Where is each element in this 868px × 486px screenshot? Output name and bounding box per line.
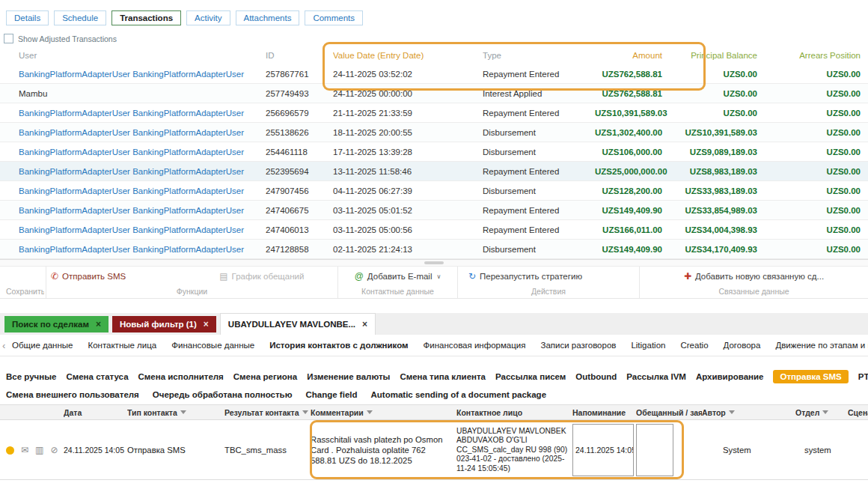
grid-column-comments[interactable]: Комментарии (311, 408, 456, 417)
workspace-tab-new-filter[interactable]: Новый фильтр (1)× (112, 316, 216, 332)
transaction-value-date: 21-11-2025 21:33:59 (333, 109, 483, 118)
filter-client-type-change[interactable]: Смена типа клиента (400, 372, 486, 381)
filter-auto-doc-package[interactable]: Automatic sending of a document package (371, 390, 547, 399)
tab-attachments[interactable]: Attachments (236, 10, 300, 25)
workspace-tab-strip: Поиск по сделкам×Новый фильтр (1)×UBAYDU… (0, 313, 868, 335)
filter-funnel-icon[interactable] (302, 410, 308, 414)
section-tab-general-data[interactable]: Общие данные (12, 341, 73, 350)
column-header-value-date[interactable]: Value Date (Entry Date) (333, 51, 483, 60)
scroll-left-icon[interactable]: ‹ (2, 340, 5, 351)
filter-send-sms-filter[interactable]: Отправка SMS (773, 370, 848, 383)
save-caption[interactable]: Сохранить (1, 286, 44, 297)
transaction-type: Disbursement (483, 245, 595, 254)
grid-column-department[interactable]: Отдел (795, 408, 848, 417)
transaction-row[interactable]: BankingPlatformAdapterUser BankingPlatfo… (0, 181, 868, 201)
send-sms-button[interactable]: ✆Отправить SMS (51, 272, 126, 281)
close-icon[interactable]: × (362, 319, 367, 329)
transaction-user-link[interactable]: BankingPlatformAdapterUser BankingPlatfo… (19, 70, 266, 79)
section-tab-creatio[interactable]: Creatio (680, 341, 708, 350)
transaction-amount: UZS106,000.00 (595, 148, 677, 157)
section-tab-litigation[interactable]: Litigation (631, 341, 665, 350)
transaction-row[interactable]: BankingPlatformAdapterUser BankingPlatfo… (0, 123, 868, 142)
tab-activity[interactable]: Activity (186, 10, 230, 25)
filter-change-field[interactable]: Change field (306, 390, 358, 399)
close-icon[interactable]: × (96, 319, 101, 329)
filter-letters-mailing[interactable]: Рассылка писем (495, 372, 566, 381)
filter-ivm-mailing[interactable]: Рассылка IVM (626, 372, 686, 381)
transaction-user-link[interactable]: BankingPlatformAdapterUser BankingPlatfo… (19, 167, 266, 176)
transaction-row[interactable]: BankingPlatformAdapterUser BankingPlatfo… (0, 162, 868, 181)
section-tab-financial-info[interactable]: Финансовая информация (424, 341, 526, 350)
promised-field[interactable] (636, 424, 673, 476)
close-icon[interactable]: × (204, 319, 209, 329)
transaction-user-link[interactable]: BankingPlatformAdapterUser BankingPlatfo… (19, 245, 266, 254)
grid-column-contact-person[interactable]: Контактное лицо (456, 408, 572, 417)
section-tab-financial-data[interactable]: Финансовые данные (171, 341, 254, 350)
transaction-row[interactable]: BankingPlatformAdapterUser BankingPlatfo… (0, 220, 868, 240)
transaction-principal-balance: UZS33,983,189.03 (677, 186, 772, 195)
transaction-user-link[interactable]: BankingPlatformAdapterUser BankingPlatfo… (19, 109, 266, 118)
filter-executor-change[interactable]: Смена исполнителя (138, 372, 224, 381)
section-tab-contracts[interactable]: Договора (724, 341, 761, 350)
column-header-user[interactable]: User (19, 51, 266, 60)
add-related-button[interactable]: ✚Добавить новую связанную сд... (684, 272, 824, 281)
grid-column-date[interactable]: Дата (64, 408, 127, 417)
grid-column-contact-type[interactable]: Тип контакта (127, 408, 224, 417)
grid-column-label: Результат контакта (224, 408, 299, 417)
column-header-principal-balance[interactable]: Principal Balance (677, 51, 772, 60)
column-header-amount[interactable]: Amount (595, 51, 677, 60)
section-tab-call-records[interactable]: Записи разговоров (541, 341, 617, 350)
workspace-tab-client-card[interactable]: UBAYDULLAYEV MAVLONBE...× (220, 313, 376, 335)
transaction-row[interactable]: BankingPlatformAdapterUser BankingPlatfo… (0, 142, 868, 162)
grid-column-contact-result[interactable]: Результат контакта (224, 408, 311, 417)
section-tab-contact-persons[interactable]: Контактные лица (88, 341, 156, 350)
transaction-row[interactable]: BankingPlatformAdapterUser BankingPlatfo… (0, 201, 868, 220)
history-grid-row[interactable]: ✉▥⊘ 24.11.2025 14:05 Отправка SMS TBC_sm… (0, 421, 868, 480)
filter-ptp[interactable]: PTP (858, 372, 868, 381)
promise-chart-icon: ▤ (219, 272, 227, 281)
filter-funnel-icon[interactable] (180, 410, 186, 414)
transaction-user-link[interactable]: BankingPlatformAdapterUser BankingPlatfo… (19, 128, 266, 137)
filter-all-manual[interactable]: Все ручные (6, 372, 56, 381)
filter-outbound[interactable]: Outbound (575, 372, 617, 381)
grid-column-author[interactable]: Автор (702, 408, 795, 417)
transaction-user-link[interactable]: BankingPlatformAdapterUser BankingPlatfo… (19, 206, 266, 215)
workspace-tab-deal-search[interactable]: Поиск по сделкам× (4, 316, 109, 332)
pane-splitter[interactable] (0, 259, 868, 267)
filter-funnel-icon[interactable] (367, 410, 373, 414)
column-header-arrears-position[interactable]: Arrears Position (772, 51, 868, 60)
filter-funnel-icon[interactable] (822, 410, 828, 414)
transaction-row[interactable]: BankingPlatformAdapterUser BankingPlatfo… (0, 64, 868, 84)
filter-currency-change[interactable]: Изменение валюты (307, 372, 390, 381)
tab-transactions[interactable]: Transactions (111, 10, 181, 25)
show-adjusted-checkbox[interactable] (4, 34, 13, 43)
filter-region-change[interactable]: Смена региона (233, 372, 297, 381)
tab-schedule[interactable]: Schedule (54, 10, 106, 25)
tab-details[interactable]: Details (6, 10, 49, 25)
section-tab-stages-processes[interactable]: Движение по этапам и процессам (775, 341, 868, 350)
column-header-id[interactable]: ID (266, 51, 333, 60)
promise-schedule-button[interactable]: ▤График обещаний (219, 272, 304, 281)
transaction-user-link[interactable]: BankingPlatformAdapterUser BankingPlatfo… (19, 186, 266, 195)
reminder-field[interactable]: 24.11.2025 14:05 (572, 424, 634, 476)
section-tab-contact-history[interactable]: История контактов с должником (269, 341, 408, 350)
transaction-user-link[interactable]: BankingPlatformAdapterUser BankingPlatfo… (19, 148, 266, 157)
column-header-type[interactable]: Type (483, 51, 595, 60)
transaction-row[interactable]: Mambu25774949324-11-2025 00:00:00Interes… (0, 84, 868, 103)
filter-queue-fully-processed[interactable]: Очередь обработана полностью (153, 390, 293, 399)
filter-funnel-icon[interactable] (729, 410, 735, 414)
grid-column-promised[interactable]: Обещанный / заявл (636, 408, 702, 417)
transaction-user-link[interactable]: BankingPlatformAdapterUser BankingPlatfo… (19, 225, 266, 234)
restart-strategy-button[interactable]: ↻Перезапустить стратегию (468, 272, 582, 281)
filter-archiving[interactable]: Архивирование (696, 372, 764, 381)
grid-column-reminder[interactable]: Напоминание (572, 408, 636, 417)
transaction-arrears-position: UZS0.00 (772, 89, 868, 98)
filter-status-change[interactable]: Смена статуса (66, 372, 128, 381)
add-email-button[interactable]: @Добавить E-mail∨ (355, 272, 441, 281)
filter-external-user-change[interactable]: Смена внешнего пользователя (6, 390, 139, 399)
grid-column-scenario[interactable]: Сцена (848, 408, 868, 417)
transaction-row[interactable]: BankingPlatformAdapterUser BankingPlatfo… (0, 240, 868, 259)
transaction-row[interactable]: BankingPlatformAdapterUser BankingPlatfo… (0, 103, 868, 123)
grid-column-label: Комментарии (311, 408, 364, 417)
tab-comments[interactable]: Comments (305, 10, 363, 25)
